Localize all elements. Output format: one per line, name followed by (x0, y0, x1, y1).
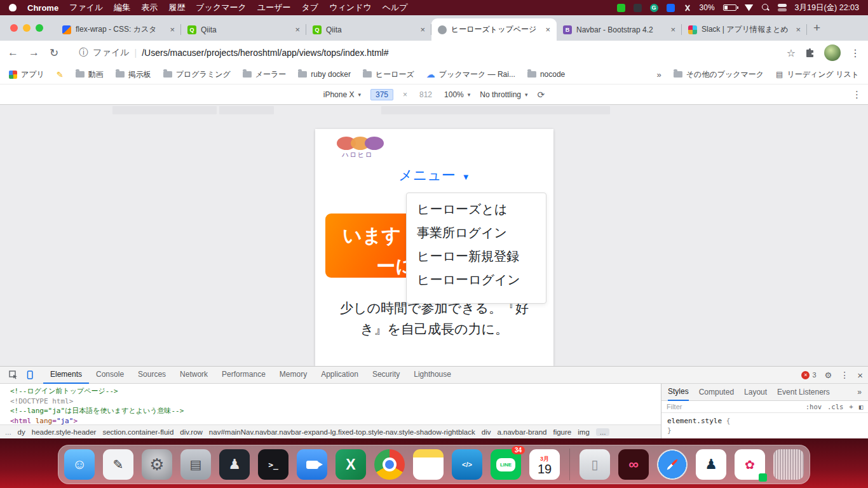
back-icon[interactable]: ← (8, 46, 18, 59)
media-query-segment[interactable] (112, 106, 217, 114)
tab-styles[interactable]: Styles (668, 384, 689, 401)
menubar-item-view[interactable]: 表示 (141, 2, 158, 13)
storage-app-icon[interactable]: ▯ (580, 449, 610, 480)
tab-close-icon[interactable]: × (420, 25, 425, 34)
code-line[interactable]: <!--ログイン前トップページ--> (10, 386, 661, 396)
bookmark-apps[interactable]: アプリ (9, 69, 44, 80)
tab-qiita-2[interactable]: Q Qiita × (306, 18, 431, 41)
close-window-button[interactable] (10, 24, 18, 32)
printer-icon[interactable]: ▤ (180, 449, 211, 480)
bookmarks-overflow-icon[interactable]: » (657, 70, 661, 79)
breadcrumb-item[interactable]: figure (553, 428, 571, 436)
breadcrumb-item[interactable]: nav#mainNav.navbar.navbar-expand-lg.fixe… (209, 428, 475, 436)
device-select[interactable]: iPhone X ▾ (323, 90, 361, 99)
tab-elements[interactable]: Elements (43, 367, 89, 384)
line-app-icon[interactable]: LINE 34 (491, 449, 521, 480)
styles-tabs-overflow-icon[interactable]: » (857, 388, 862, 396)
tab-close-icon[interactable]: × (170, 25, 175, 34)
tab-console[interactable]: Console (89, 367, 131, 384)
bookmark-rainbow[interactable]: ☁ ブックマーク — Rai... (426, 69, 515, 80)
breadcrumb-item[interactable]: a.navbar-brand (497, 428, 546, 436)
tab-security[interactable]: Security (365, 367, 407, 384)
url-text[interactable]: /Users/macuser/projects/heroshtml/app/vi… (142, 48, 388, 58)
new-style-rule-button[interactable]: + (849, 403, 853, 410)
menubar-item-window[interactable]: ウィンドウ (329, 2, 372, 13)
tab-memory[interactable]: Memory (273, 367, 314, 384)
text-editor-icon[interactable]: ✎ (103, 449, 133, 480)
menubar-item-help[interactable]: ヘルプ (383, 2, 408, 13)
code-line[interactable]: <!DOCTYPE html> (10, 396, 661, 407)
toggle-hover-state-button[interactable]: :hov (806, 403, 822, 410)
control-center-icon[interactable] (778, 4, 787, 11)
tab-sources[interactable]: Sources (131, 367, 173, 384)
menubar-item-bookmarks[interactable]: ブックマーク (196, 2, 247, 13)
tab-qiita-1[interactable]: Q Qiita × (181, 18, 306, 41)
dropdown-item-hero-login[interactable]: ヒーローログイン (407, 268, 546, 292)
bookmark-folder-programming[interactable]: プログラミング (163, 69, 231, 80)
menubar-item-edit[interactable]: 編集 (114, 2, 130, 13)
info-icon[interactable]: ⓘ (79, 47, 88, 58)
tab-heroes-top-active[interactable]: ヒーローズトップページ × (431, 18, 557, 41)
other-bookmarks[interactable]: その他のブックマーク (674, 69, 764, 80)
menubar-clock[interactable]: 3月19日(金) 22:03 (795, 3, 859, 13)
bookmark-pencil[interactable]: ✎ (57, 70, 64, 79)
adobe-creative-cloud-icon[interactable]: ∞ (618, 449, 649, 480)
reading-list[interactable]: ▤ リーディング リスト (776, 69, 859, 80)
grammarly-status-icon[interactable]: G (650, 4, 658, 12)
safari-icon[interactable] (657, 449, 688, 480)
bookmark-star-icon[interactable]: ☆ (787, 47, 796, 59)
site-logo[interactable]: ハロヒロ (337, 137, 384, 159)
notes-icon[interactable] (413, 449, 444, 480)
breadcrumb-overflow-right[interactable]: ... (596, 428, 610, 436)
calendar-icon[interactable]: 3月 19 (529, 449, 560, 480)
battery-icon[interactable] (723, 4, 736, 11)
bookmark-folder-ruby-docker[interactable]: ruby docker (298, 70, 351, 79)
tab-slack[interactable]: Slack | アプリ情報まとめ × (682, 18, 807, 41)
video-call-icon[interactable] (297, 449, 327, 480)
terminal-icon[interactable]: >_ (258, 449, 288, 480)
bookmark-folder-mailer[interactable]: メーラー (243, 69, 287, 80)
profile-avatar[interactable] (824, 44, 841, 61)
tab-layout[interactable]: Layout (744, 388, 767, 396)
zoom-window-button[interactable] (36, 24, 43, 32)
line-status-icon[interactable] (617, 4, 625, 12)
breadcrumb-item[interactable]: div (482, 428, 491, 436)
bookmark-folder-nocode[interactable]: nocode (527, 70, 565, 79)
tab-close-icon[interactable]: × (545, 25, 550, 34)
tab-flexwrap-css[interactable]: flex-wrap - CSS: カスタ × (56, 18, 181, 41)
apple-icon[interactable] (9, 4, 17, 11)
system-preferences-icon[interactable]: ⚙ (142, 449, 172, 480)
tab-close-icon[interactable]: × (670, 25, 675, 34)
menubar-item-tab[interactable]: タブ (301, 2, 318, 13)
media-query-segment[interactable] (381, 106, 610, 114)
bookmark-folder-video[interactable]: 動画 (76, 69, 104, 80)
capture-app-icon[interactable]: ✿ (735, 449, 765, 480)
error-badge[interactable]: × 3 (801, 371, 816, 379)
chrome-menu-icon[interactable]: ⋮ (850, 47, 860, 59)
element-style-block[interactable]: element.style { } (661, 413, 868, 438)
new-tab-button[interactable]: + (813, 21, 820, 35)
tab-computed[interactable]: Computed (699, 388, 734, 396)
bookmark-folder-board[interactable]: 掲示板 (116, 69, 151, 80)
devtools-menu-icon[interactable]: ⋮ (840, 370, 849, 380)
code-line[interactable]: <!--lang="ja"は日本語を使いますとよいう意味--> (10, 406, 661, 416)
forward-icon[interactable]: → (29, 46, 39, 59)
breadcrumb-item[interactable]: dy (18, 428, 25, 436)
dropdown-item-office-login[interactable]: 事業所ログイン (407, 221, 546, 245)
menu-toggle-link[interactable]: メニュー▼ (315, 166, 553, 185)
device-width-input[interactable]: 375 (370, 89, 393, 100)
devtools-close-icon[interactable]: × (857, 370, 863, 381)
kindle-icon[interactable]: ♟ (696, 449, 726, 480)
finder-icon[interactable]: ☺ (64, 449, 95, 480)
wifi-icon[interactable] (745, 4, 754, 11)
menubar-item-file[interactable]: ファイル (69, 2, 103, 13)
trash-icon[interactable] (773, 449, 804, 480)
inspect-element-icon[interactable] (9, 370, 18, 379)
breadcrumb-item[interactable]: div.row (180, 428, 203, 436)
tab-network[interactable]: Network (173, 367, 215, 384)
tab-performance[interactable]: Performance (215, 367, 273, 384)
breadcrumb-overflow-left[interactable]: ... (5, 428, 11, 436)
excel-icon[interactable]: X (336, 449, 366, 480)
avatar-app-icon[interactable]: ♟ (219, 449, 250, 480)
device-toolbar-menu-icon[interactable]: ⋮ (852, 89, 862, 100)
